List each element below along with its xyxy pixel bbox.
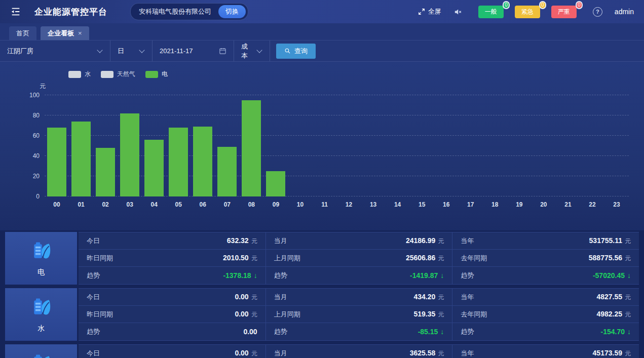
metric-去年同期: 去年同期588775.56元 xyxy=(452,250,639,267)
alarm-badge[interactable]: 紧急 0 xyxy=(515,6,540,18)
metric-value: 24186.99 xyxy=(406,236,435,245)
filter-bar: 江阴厂房 日 2021-11-17 成本 查询 xyxy=(0,41,644,62)
metric-value-group: -85.15↓ xyxy=(418,328,444,336)
metric-value: 45173.59 xyxy=(593,349,622,357)
metric-value-group: 2010.50元 xyxy=(223,254,257,263)
legend-item-天然气[interactable]: 天然气 xyxy=(101,70,135,78)
site-select[interactable]: 江阴厂房 xyxy=(0,41,110,61)
metric-column: 当月434.20元上月同期519.35元趋势-85.15↓ xyxy=(266,289,452,340)
trend-down-arrow-icon: ↓ xyxy=(254,271,257,280)
metrics-grid: 今日0.00元当月3625.58元当年45173.59元 xyxy=(79,344,639,358)
metric-今日: 今日0.00元 xyxy=(79,345,266,358)
plot-area: 0204060801000001020304050607080910111213… xyxy=(45,95,629,196)
metric-label: 昨日同期 xyxy=(87,310,113,319)
mute-button[interactable] xyxy=(453,8,462,16)
close-icon[interactable]: × xyxy=(78,29,82,37)
x-axis-label: 16 xyxy=(443,201,449,208)
metric-value-group: 25606.86元 xyxy=(406,254,444,263)
date-value: 2021-11-17 xyxy=(160,47,193,55)
metric-value: 2010.50 xyxy=(223,254,249,262)
metric-label: 趋势 xyxy=(274,327,287,336)
tab-enterprise-board[interactable]: 企业看板 × xyxy=(41,26,89,40)
alarm-normal-count: 0 xyxy=(503,1,510,9)
alarm-urgent-count: 0 xyxy=(539,1,546,9)
trend-down-arrow-icon: ↓ xyxy=(440,328,444,336)
alarm-badge[interactable]: 一般 0 xyxy=(478,6,504,18)
metric-value: 0.00 xyxy=(235,310,248,318)
legend-item-水[interactable]: 水 xyxy=(68,70,91,78)
metric-value-group: 0.00 xyxy=(243,328,257,336)
collapse-menu-icon[interactable] xyxy=(10,6,21,17)
metric-column: 今日0.00元昨日同期0.00元趋势0.00 xyxy=(79,289,266,340)
currency-unit: 元 xyxy=(251,293,257,302)
query-button[interactable]: 查询 xyxy=(276,44,316,59)
metric-当月: 当月434.20元 xyxy=(266,289,452,306)
tab-home[interactable]: 首页 xyxy=(9,26,36,40)
bar-hour-05[interactable] xyxy=(169,128,188,196)
metric-value: 434.20 xyxy=(414,293,436,301)
bar-hour-00[interactable] xyxy=(47,128,66,196)
metric-当月: 当月24186.99元 xyxy=(266,232,452,250)
legend-swatch xyxy=(101,71,113,78)
bar-hour-02[interactable] xyxy=(96,148,115,196)
metric-value-group: 24186.99元 xyxy=(406,236,444,246)
metric-value-group: -1378.18↓ xyxy=(223,271,257,280)
x-axis-label: 06 xyxy=(200,201,206,208)
chevron-down-icon xyxy=(256,47,262,53)
bar-hour-08[interactable] xyxy=(242,100,261,196)
metric-select[interactable]: 成本 xyxy=(234,41,270,61)
username[interactable]: admin xyxy=(615,8,634,16)
bar-hour-01[interactable] xyxy=(71,122,91,196)
resource-card-天然气[interactable]: 天然气 xyxy=(5,344,77,358)
metric-当年: 当年531755.11元 xyxy=(452,232,639,250)
bar-hour-04[interactable] xyxy=(144,140,164,196)
metric-column: 当年45173.59元 xyxy=(452,345,639,358)
app-header: 企业能源管控平台 安科瑞电气股份有限公司 切换 全屏 一般 0 紧急 0 严重 … xyxy=(0,0,644,23)
water-battery-leaf-icon xyxy=(30,296,52,321)
switch-company-button[interactable]: 切换 xyxy=(218,5,246,18)
metric-今日: 今日0.00元 xyxy=(79,289,266,306)
period-select-value: 日 xyxy=(118,47,124,56)
bar-hour-03[interactable] xyxy=(120,113,139,196)
metric-value-group: 0.00元 xyxy=(235,310,257,319)
chart-legend: 水天然气电 xyxy=(68,70,168,78)
currency-unit: 元 xyxy=(438,293,444,302)
x-axis-label: 07 xyxy=(224,201,231,208)
metric-label: 当月 xyxy=(274,293,287,302)
summary-row-天然气: 天然气今日0.00元当月3625.58元当年45173.59元 xyxy=(5,344,639,358)
energy-summary-table: 电今日632.32元昨日同期2010.50元趋势-1378.18↓当月24186… xyxy=(0,230,644,358)
metric-value: -85.15 xyxy=(418,328,438,336)
legend-item-电[interactable]: 电 xyxy=(145,70,168,78)
legend-label: 水 xyxy=(85,70,91,78)
metric-value: 588775.56 xyxy=(589,254,622,262)
fullscreen-button[interactable]: 全屏 xyxy=(418,7,441,16)
bar-hour-09[interactable] xyxy=(266,171,285,196)
metric-value: -1378.18 xyxy=(223,271,251,280)
period-select[interactable]: 日 xyxy=(110,41,153,61)
metric-label: 今日 xyxy=(87,236,100,246)
bar-hour-07[interactable] xyxy=(217,147,237,196)
bar-hour-06[interactable] xyxy=(193,127,212,196)
metric-label: 当年 xyxy=(461,349,474,358)
metric-value: -1419.87 xyxy=(410,271,438,280)
gridline: 100 xyxy=(45,95,629,95)
summary-row-电: 电今日632.32元昨日同期2010.50元趋势-1378.18↓当月24186… xyxy=(5,232,639,285)
date-input[interactable]: 2021-11-17 xyxy=(153,41,234,61)
company-name: 安科瑞电气股份有限公司 xyxy=(139,7,211,16)
x-axis-label: 15 xyxy=(419,201,425,208)
alarm-badge[interactable]: 严重 0 xyxy=(551,6,577,18)
currency-unit: 元 xyxy=(625,310,631,319)
metric-上月同期: 上月同期25606.86元 xyxy=(266,250,452,267)
help-icon[interactable]: ? xyxy=(593,7,602,17)
x-axis-label: 19 xyxy=(516,201,522,208)
y-axis-tick: 80 xyxy=(33,112,40,119)
metric-label: 上月同期 xyxy=(274,254,300,263)
speaker-mute-icon xyxy=(453,8,462,16)
resource-card-电[interactable]: 电 xyxy=(5,232,77,285)
tab-enterprise-board-label: 企业看板 xyxy=(48,29,74,38)
x-axis-label: 18 xyxy=(491,201,498,208)
metric-label: 去年同期 xyxy=(461,310,487,319)
x-axis-label: 13 xyxy=(370,201,376,208)
resource-card-水[interactable]: 水 xyxy=(5,288,77,341)
page-title: 企业能源管控平台 xyxy=(34,6,107,18)
